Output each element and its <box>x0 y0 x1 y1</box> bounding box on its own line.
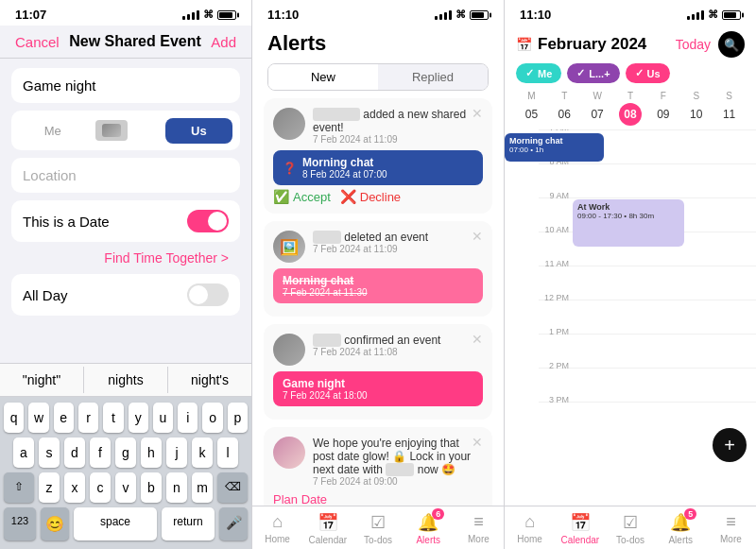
key-space[interactable]: space <box>74 507 157 540</box>
segment-friend[interactable] <box>92 114 159 146</box>
tab-more-p3[interactable]: ≡ More <box>706 512 756 545</box>
cancel-button[interactable]: Cancel <box>15 34 60 50</box>
key-j[interactable]: j <box>166 437 187 468</box>
key-mic[interactable]: 🎤 <box>219 507 248 540</box>
key-return[interactable]: return <box>162 507 215 540</box>
tab-new[interactable]: New <box>268 64 378 90</box>
location-input[interactable]: Location <box>11 158 240 193</box>
calendar-header: 📅 February 2024 Today 🔍 <box>505 26 756 63</box>
tab-alerts-p3[interactable]: 🔔 5 Alerts <box>656 512 706 545</box>
key-row-3: ⇧ z x c v b n m ⌫ <box>4 472 248 503</box>
autocomplete-1[interactable]: nights <box>84 367 168 393</box>
key-x[interactable]: x <box>64 472 85 503</box>
close-alert-2[interactable]: ✕ <box>472 229 483 244</box>
plan-date-button[interactable]: Plan Date <box>273 492 483 506</box>
tab-calendar-p2[interactable]: 📅 Calendar <box>302 512 352 545</box>
autocomplete-2[interactable]: night's <box>168 367 251 393</box>
close-alert-3[interactable]: ✕ <box>472 332 483 347</box>
search-button[interactable]: 🔍 <box>718 31 745 58</box>
day-09[interactable]: 09 <box>652 103 675 126</box>
key-d[interactable]: d <box>64 437 85 468</box>
day-05[interactable]: 05 <box>520 103 542 126</box>
tab-todos-p3[interactable]: ☑ To-dos <box>605 512 655 545</box>
tab-home-p2[interactable]: ⌂ Home <box>252 512 302 545</box>
key-o[interactable]: o <box>202 403 222 433</box>
key-f[interactable]: f <box>90 437 111 468</box>
key-u[interactable]: u <box>153 403 173 433</box>
accept-button-1[interactable]: ✅ Accept <box>273 189 331 204</box>
key-h[interactable]: h <box>141 437 162 468</box>
tab-home-p3[interactable]: ⌂ Home <box>505 512 555 545</box>
label-9am: 9 AM <box>539 191 569 200</box>
key-t[interactable]: t <box>103 403 123 433</box>
key-k[interactable]: k <box>192 437 213 468</box>
weekday-header: M T W T F S S <box>505 91 756 103</box>
tab-replied[interactable]: Replied <box>378 64 488 90</box>
calendar-icon-p3: 📅 <box>570 512 591 533</box>
key-emoji[interactable]: 😊 <box>41 507 69 540</box>
tab-calendar-p3[interactable]: 📅 Calendar <box>555 512 605 545</box>
label-11am: 11 AM <box>539 259 569 268</box>
filter-us[interactable]: ✓ Us <box>626 63 670 83</box>
key-z[interactable]: z <box>39 472 60 503</box>
close-alert-4[interactable]: ✕ <box>472 435 483 450</box>
key-delete[interactable]: ⌫ <box>217 472 248 503</box>
find-time-button[interactable]: Find Time Together > <box>104 250 232 266</box>
key-v[interactable]: v <box>115 472 136 503</box>
key-c[interactable]: c <box>90 472 111 503</box>
key-shift[interactable]: ⇧ <box>4 472 34 503</box>
day-10[interactable]: 10 <box>685 103 708 126</box>
autocomplete-0[interactable]: "night" <box>0 367 84 393</box>
label-10am: 10 AM <box>539 225 569 234</box>
key-b[interactable]: b <box>141 472 162 503</box>
today-button[interactable]: Today <box>676 37 711 52</box>
key-l[interactable]: l <box>217 437 238 468</box>
segment-us[interactable]: Us <box>165 118 232 144</box>
more-icon-p3: ≡ <box>726 512 736 532</box>
key-s[interactable]: s <box>39 437 60 468</box>
event-name-input[interactable]: Game night <box>11 68 240 103</box>
key-e[interactable]: e <box>54 403 74 433</box>
key-q[interactable]: q <box>4 403 24 433</box>
alert-4-time: 7 Feb 2024 at 09:00 <box>313 476 483 487</box>
fab-add-event[interactable]: + <box>713 428 747 462</box>
tab-more-p2[interactable]: ≡ More <box>454 512 504 545</box>
day-08[interactable]: 08 <box>619 103 642 126</box>
tabbar-p2: ⌂ Home 📅 Calendar ☑ To-dos 🔔 6 Alerts ≡ … <box>252 506 504 549</box>
event-pill-1: ❓ Morning chat 8 Feb 2024 at 07:00 <box>273 150 483 185</box>
key-m[interactable]: m <box>192 472 213 503</box>
day-06[interactable]: 06 <box>553 103 576 126</box>
allday-toggle[interactable] <box>187 283 229 306</box>
decline-button-1[interactable]: ❌ Decline <box>340 189 401 204</box>
key-g[interactable]: g <box>115 437 136 468</box>
statusbar-p2: 11:10 ⌘ <box>252 0 504 26</box>
key-p[interactable]: p <box>228 403 248 433</box>
key-y[interactable]: y <box>129 403 148 433</box>
day-07[interactable]: 07 <box>586 103 609 126</box>
key-r[interactable]: r <box>78 403 98 433</box>
alert-3-text: confirmed an event <box>313 334 440 347</box>
date-toggle[interactable] <box>187 210 229 232</box>
friend-avatar <box>95 120 128 141</box>
add-button[interactable]: Add <box>211 34 236 50</box>
alert-card-3: ✕ confirmed an event 7 Feb 2024 at 11:08… <box>264 324 492 420</box>
key-123[interactable]: 123 <box>4 507 36 540</box>
key-w[interactable]: w <box>28 403 48 433</box>
event-morning-chat[interactable]: Morning chat 07:00 • 1h <box>505 133 604 162</box>
key-a[interactable]: a <box>13 437 34 468</box>
day-11[interactable]: 11 <box>718 103 741 126</box>
key-n[interactable]: n <box>166 472 187 503</box>
calendar-icon-header: 📅 <box>516 37 532 52</box>
wifi-p3: ⌘ <box>708 9 718 21</box>
tab-alerts-p2[interactable]: 🔔 6 Alerts <box>404 512 454 545</box>
close-alert-1[interactable]: ✕ <box>472 106 483 121</box>
event-form: Game night Me Us Location This is a Date… <box>0 59 251 363</box>
event-at-work[interactable]: At Work 09:00 - 17:30 • 8h 30m <box>573 199 684 247</box>
filter-friend[interactable]: ✓ L...+ <box>567 63 619 83</box>
filter-pills: ✓ Me ✓ L...+ ✓ Us <box>505 63 756 91</box>
avatar-2: 🖼️ <box>273 231 305 263</box>
tab-todos-p2[interactable]: ☑ To-dos <box>352 512 403 545</box>
segment-me[interactable]: Me <box>19 118 86 144</box>
key-i[interactable]: i <box>178 403 198 433</box>
filter-me[interactable]: ✓ Me <box>516 63 561 83</box>
